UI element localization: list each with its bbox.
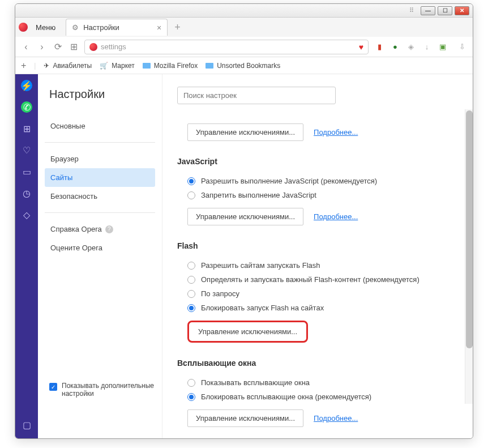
forward-button[interactable]: › <box>37 42 47 52</box>
grip-icon: ⠿ <box>409 7 418 14</box>
show-advanced-checkbox[interactable]: ✓ Показывать дополнительные настройки <box>45 382 155 398</box>
download-icon[interactable]: ↓ <box>422 42 432 52</box>
exceptions-button[interactable]: Управление исключениями... <box>187 123 303 141</box>
opera-logo-icon <box>19 23 28 32</box>
more-link[interactable]: Подробнее... <box>314 414 358 423</box>
question-icon: ? <box>105 225 113 233</box>
collapse-rail-icon[interactable]: ▢ <box>21 419 32 430</box>
reload-button[interactable]: ⟳ <box>53 41 63 52</box>
more-link[interactable]: Подробнее... <box>314 128 358 136</box>
extensions-rail-icon[interactable]: ◇ <box>21 209 32 220</box>
back-button[interactable]: ‹ <box>21 42 31 52</box>
radio-icon <box>187 262 195 270</box>
settings-sidebar: Настройки Основные Браузер Сайты Безопас… <box>38 74 162 438</box>
heart-rail-icon[interactable]: ♡ <box>21 144 32 156</box>
extension-icon-1[interactable]: ▮ <box>374 42 384 52</box>
radio-popups-block[interactable]: Блокировать всплывающие окна (рекомендуе… <box>177 390 458 404</box>
history-rail-icon[interactable]: ◷ <box>21 187 32 199</box>
scroll-thumb[interactable] <box>466 110 473 348</box>
section-title: Flash <box>177 241 458 250</box>
address-bar: ‹ › ⟳ ⊞ ♥ ▮ ● ◈ ↓ ▣ ⇩ <box>15 37 473 57</box>
radio-flash-allow[interactable]: Разрешить сайтам запускать Flash <box>177 258 458 272</box>
section-flash: Flash Разрешить сайтам запускать Flash О… <box>177 241 458 343</box>
extension-icon-2[interactable]: ● <box>390 42 400 52</box>
exceptions-button[interactable]: Управление исключениями... <box>187 409 303 427</box>
sidebar-item-help[interactable]: Справка Opera ? <box>45 220 155 238</box>
save-icon[interactable]: ⇩ <box>457 42 467 52</box>
section-title: JavaScript <box>177 157 458 166</box>
sidebar-item-rate[interactable]: Оцените Opera <box>45 238 155 257</box>
left-rail: ⚡ ✆ ⊞ ♡ ▭ ◷ ◇ ▢ <box>15 74 38 438</box>
section-title: Всплывающие окна <box>177 359 458 368</box>
new-tab-button[interactable]: + <box>171 20 184 35</box>
page-title: Настройки <box>45 88 155 101</box>
content-area: ⚡ ✆ ⊞ ♡ ▭ ◷ ◇ ▢ Настройки Основные Брауз… <box>15 74 473 438</box>
folder-icon <box>143 63 151 69</box>
shield-icon[interactable]: ◈ <box>406 42 416 52</box>
close-button[interactable]: ✕ <box>455 6 469 15</box>
plane-icon: ✈ <box>44 62 49 70</box>
section-javascript: JavaScript Разрешить выполнение JavaScri… <box>177 157 458 225</box>
bookmark-folder[interactable]: Unsorted Bookmarks <box>206 62 280 70</box>
maximize-button[interactable]: ☐ <box>438 6 452 15</box>
address-field[interactable]: ♥ <box>84 40 369 54</box>
folder-icon <box>206 63 213 69</box>
bookmark-item[interactable]: 🛒 Маркет <box>100 62 135 70</box>
browser-window: ⠿ — ☐ ✕ Меню ⚙ Настройки × + ‹ › ⟳ ⊞ ♥ <box>15 3 473 439</box>
radio-icon <box>187 191 195 199</box>
url-input[interactable] <box>101 42 356 51</box>
tabstrip: Меню ⚙ Настройки × + <box>15 18 473 37</box>
radio-flash-detect[interactable]: Определять и запускать важный Flash-конт… <box>177 272 458 287</box>
gear-icon: ⚙ <box>72 23 79 32</box>
sidebar-item-security[interactable]: Безопасность <box>45 187 155 206</box>
tab-close-icon[interactable]: × <box>157 23 161 32</box>
scrollbar[interactable] <box>465 109 473 404</box>
exceptions-button[interactable]: Управление исключениями... <box>187 208 303 225</box>
speed-dial-icon[interactable]: ⊞ <box>69 41 79 52</box>
search-input[interactable] <box>177 87 336 104</box>
radio-flash-block[interactable]: Блокировать запуск Flash на сайтах <box>177 301 458 315</box>
radio-icon <box>187 290 195 298</box>
messenger-icon[interactable]: ⚡ <box>21 80 32 91</box>
settings-main: Управление исключениями... Подробнее... … <box>162 74 473 438</box>
radio-js-allow[interactable]: Разрешить выполнение JavaScript (рекомен… <box>177 174 458 188</box>
minimize-button[interactable]: — <box>421 6 435 15</box>
sidebar-item-sites[interactable]: Сайты <box>45 168 155 187</box>
radio-icon <box>187 276 195 284</box>
exceptions-button-highlighted[interactable]: Управление исключениями... <box>187 321 308 343</box>
radio-checked-icon <box>187 393 195 401</box>
news-rail-icon[interactable]: ▭ <box>21 166 32 177</box>
radio-checked-icon <box>187 177 195 185</box>
opera-badge-icon <box>89 43 97 51</box>
checkbox-checked-icon: ✓ <box>49 383 57 391</box>
section-top: Управление исключениями... Подробнее... <box>177 123 458 141</box>
heart-icon[interactable]: ♥ <box>359 42 363 52</box>
radio-checked-icon <box>187 304 195 312</box>
radio-icon <box>187 379 195 387</box>
tab-label: Настройки <box>83 23 119 32</box>
cart-icon: 🛒 <box>100 62 108 70</box>
extension-icon-3[interactable]: ▣ <box>438 42 448 52</box>
menu-button[interactable]: Меню <box>31 21 60 34</box>
whatsapp-icon[interactable]: ✆ <box>21 101 32 113</box>
radio-js-block[interactable]: Запретить выполнение JavaScript <box>177 188 458 202</box>
sidebar-item-basic[interactable]: Основные <box>45 117 155 135</box>
more-link[interactable]: Подробнее... <box>314 212 358 221</box>
bookmark-item[interactable]: ✈ Авиабилеты <box>44 62 92 70</box>
bookmark-folder[interactable]: Mozilla Firefox <box>143 62 198 70</box>
speed-dial-rail-icon[interactable]: ⊞ <box>21 123 32 134</box>
radio-flash-ondemand[interactable]: По запросу <box>177 287 458 301</box>
titlebar: ⠿ — ☐ ✕ <box>15 4 473 18</box>
browser-chrome: Меню ⚙ Настройки × + ‹ › ⟳ ⊞ ♥ ▮ ● ◈ ↓ ▣… <box>15 18 473 74</box>
tab-settings[interactable]: ⚙ Настройки × <box>66 19 168 36</box>
section-popups: Всплывающие окна Показывать всплывающие … <box>177 359 458 427</box>
sidebar-item-browser[interactable]: Браузер <box>45 150 155 168</box>
bookmarks-bar: + | ✈ Авиабилеты 🛒 Маркет Mozilla Firefo… <box>15 57 473 74</box>
add-bookmark-button[interactable]: + <box>21 61 26 71</box>
radio-popups-show[interactable]: Показывать всплывающие окна <box>177 376 458 390</box>
